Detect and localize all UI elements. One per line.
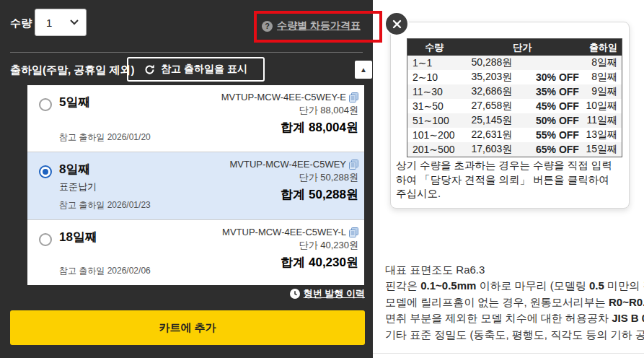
add-to-cart-button[interactable]: 카트에 추가: [10, 310, 365, 345]
option-pricing: MVTUP-MCW-4EE-C5WEY-E 단가 88,004원 합계 88,0…: [221, 92, 358, 136]
cell-discount: 30% OFF: [531, 70, 583, 84]
refresh-icon: [144, 64, 155, 75]
spec-line: 기타 표준 정밀도 (동축도, 평행도, 직각도 등의 기하 공차: [385, 327, 644, 343]
red-annotation-box: [254, 11, 382, 43]
cell-ship: 13일째: [583, 128, 622, 142]
cell-qty: 1∼1: [407, 56, 462, 70]
spec-text: 핀각은: [385, 279, 420, 292]
copy-part-number-icon[interactable]: [349, 92, 358, 102]
table-row: 1∼1 50,288원 8일째: [407, 56, 622, 70]
ship-date-label: 출하일(주말, 공휴일 제외): [10, 64, 135, 77]
copy-part-number-icon[interactable]: [349, 227, 358, 237]
spec-text: 이하로 마무리 (모델링: [476, 279, 589, 292]
quantity-value: 1: [35, 17, 70, 29]
note-line: 주십시오.: [396, 187, 627, 201]
collapse-button[interactable]: ▲: [355, 61, 372, 79]
part-number: MVTUP-MCW-4EE-C5WEY-L: [222, 227, 346, 237]
radio-unselected[interactable]: [39, 98, 52, 111]
spec-line: 모델에 릴리프홈이 없는 경우, 원통모서리부는 R0~R0.4.: [385, 294, 644, 310]
cell-ship: 8일째: [583, 70, 622, 84]
cell-discount: 45% OFF: [531, 99, 583, 113]
ship-option-list: 5일째 참고 출하일 2026/01/20 MVTUP-MCW-4EE-C5WE…: [27, 85, 364, 285]
cell-price: 25,145원: [461, 113, 531, 128]
col-header-ship: 출하일: [583, 39, 622, 56]
part-number: MVTUP-MCW-4EE-C5WEY-E: [221, 92, 346, 102]
close-icon: [392, 19, 402, 29]
popup-note: 상기 수량을 초과하는 경우는 수량을 직접 입력 하여 「담당자 견적을 의뢰…: [396, 159, 627, 201]
ship-option-8days[interactable]: 8일째 표준납기 참고 출하일 2026/01/23 MVTUP-MCW-4EE…: [27, 152, 364, 220]
cell-discount: 35% OFF: [531, 84, 583, 99]
radio-selected[interactable]: [39, 165, 52, 178]
unit-price: 단가 40,230원: [222, 239, 358, 252]
cell-price: 50,288원: [461, 56, 531, 70]
spec-line: 핀각은 0.1~0.5mm 이하로 마무리 (모델링 0.5 미만의 경: [385, 278, 644, 294]
tier-price-popup: 수량 단가 출하일 1∼1 50,288원 8일째 2∼10 35,203원 3…: [390, 22, 630, 209]
order-panel: 수량 1 ? 수량별 차등가격표 출하일(주말, 공휴일 제외) 참고 출하일을…: [0, 0, 373, 358]
cell-discount: 50% OFF: [531, 113, 583, 128]
quantity-select[interactable]: 1: [35, 9, 87, 36]
copy-part-number-icon[interactable]: [349, 160, 358, 170]
cell-price: 32,686원: [461, 84, 531, 99]
option-ref-date: 참고 출하일 2026/01/20: [59, 131, 151, 144]
cell-qty: 11∼30: [407, 84, 462, 99]
cell-ship: 15일째: [583, 142, 622, 157]
quantity-label: 수량: [10, 17, 32, 30]
cell-qty: 2∼10: [407, 70, 462, 84]
close-popup-button[interactable]: [384, 12, 409, 36]
ship-option-18days[interactable]: 18일째 참고 출하일 2026/02/06 MVTUP-MCW-4EE-C5W…: [27, 220, 364, 285]
cell-discount: 65% OFF: [531, 142, 583, 157]
part-number-history-label: 형번 발행 이력: [304, 287, 365, 300]
unit-price: 단가 50,288원: [229, 171, 358, 184]
ship-option-5days[interactable]: 5일째 참고 출하일 2026/01/20 MVTUP-MCW-4EE-C5WE…: [27, 85, 364, 152]
spec-line: 면취 부분을 제외한 모델 치수에 대한 허용공차 JIS B 04: [385, 310, 644, 326]
table-row: 31∼50 27,658원 45% OFF 10일째: [407, 99, 622, 113]
show-ship-dates-label: 참고 출하일을 표시: [161, 63, 247, 76]
divider: [10, 52, 363, 53]
show-ship-dates-button[interactable]: 참고 출하일을 표시: [127, 57, 265, 82]
note-line: 상기 수량을 초과하는 경우는 수량을 직접 입력: [396, 159, 627, 173]
cell-price: 27,658원: [461, 99, 531, 113]
cell-price: 22,631원: [461, 128, 531, 142]
table-header-row: 수량 단가 출하일: [407, 39, 622, 56]
spec-text: 대표 표면조도 Ra6.3: [385, 263, 485, 276]
note-line: 하여 「담당자 견적을 의뢰」 버튼을 클릭하여: [396, 173, 627, 188]
spec-text-bold: JIS B 04: [612, 312, 644, 324]
cell-price: 35,203원: [461, 70, 531, 84]
triangle-up-icon: ▲: [360, 66, 367, 74]
option-pricing: MVTUP-MCW-4EE-C5WEY 단가 50,288원 합계 50,288…: [229, 159, 358, 203]
cell-ship: 9일째: [583, 84, 622, 99]
table-row: 101∼200 22,631원 55% OFF 13일째: [407, 128, 622, 142]
cell-qty: 101∼200: [407, 128, 462, 142]
standard-delivery-label: 표준납기: [59, 180, 97, 193]
table-row: 51∼100 25,145원 50% OFF 11일째: [407, 113, 622, 128]
cell-qty: 201∼500: [407, 142, 462, 157]
spec-text: 면취 부분을 제외한 모델 치수에 대한 허용공차: [385, 312, 612, 324]
spec-text: 모델에 릴리프홈이 없는 경우, 원통모서리부는: [385, 296, 609, 308]
cell-discount: 55% OFF: [531, 128, 583, 142]
option-day-label: 18일째: [59, 229, 97, 245]
spec-text: 기타 표준 정밀도 (동축도, 평행도, 직각도 등의 기하 공차: [385, 328, 644, 341]
spec-text-bold: R0~R0.4.: [609, 296, 644, 308]
option-ref-date: 참고 출하일 2026/01/23: [59, 199, 151, 211]
part-number: MVTUP-MCW-4EE-C5WEY: [229, 159, 346, 170]
chevron-down-icon: [70, 19, 79, 25]
option-pricing: MVTUP-MCW-4EE-C5WEY-L 단가 40,230원 합계 40,2…: [222, 227, 358, 271]
spec-text-block: 대표 표면조도 Ra6.3 핀각은 0.1~0.5mm 이하로 마무리 (모델링…: [385, 262, 644, 343]
unit-price: 단가 88,004원: [221, 104, 358, 117]
cell-price: 17,603원: [461, 142, 531, 157]
clock-icon: [290, 289, 300, 299]
page: 수량 1 ? 수량별 차등가격표 출하일(주말, 공휴일 제외) 참고 출하일을…: [0, 0, 644, 358]
cell-discount: [531, 56, 583, 70]
radio-unselected[interactable]: [39, 233, 52, 246]
cell-ship: 10일째: [583, 99, 622, 113]
option-ref-date: 참고 출하일 2026/02/06: [59, 265, 151, 277]
option-day-label: 8일째: [59, 161, 90, 178]
cell-ship: 11일째: [583, 113, 622, 128]
spec-text-bold: 0.1~0.5mm: [420, 279, 476, 292]
cell-ship: 8일째: [583, 56, 622, 70]
part-number-history-link[interactable]: 형번 발행 이력: [290, 287, 365, 300]
table-row: 201∼500 17,603원 65% OFF 15일째: [407, 142, 622, 157]
total-price: 합계 88,004원: [221, 119, 358, 136]
divider: [373, 353, 644, 354]
total-price: 합계 50,288원: [229, 186, 358, 203]
